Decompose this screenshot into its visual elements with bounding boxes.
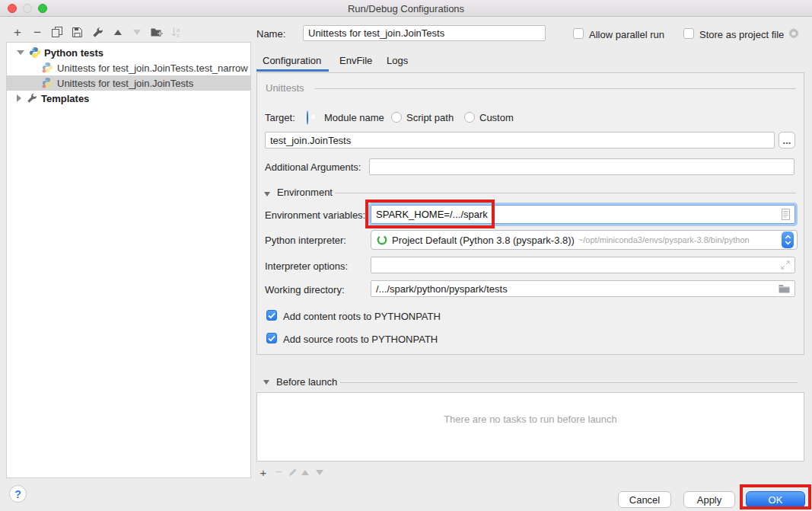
group-divider xyxy=(314,88,796,89)
before-launch-remove-icon: − xyxy=(272,466,285,478)
expand-field-icon[interactable] xyxy=(781,260,790,270)
gear-icon[interactable] xyxy=(788,27,800,43)
collapse-icon[interactable] xyxy=(17,50,24,55)
before-launch-edit-icon xyxy=(287,466,299,478)
annotation-box-env-vars xyxy=(365,200,495,228)
environment-collapse-icon[interactable] xyxy=(264,192,270,196)
folder-icon[interactable] xyxy=(779,284,790,293)
cancel-button[interactable]: Cancel xyxy=(618,491,671,508)
before-launch-add-icon[interactable]: + xyxy=(257,466,269,478)
tree-item-label: Python tests xyxy=(44,47,103,59)
configuration-panel: Unittests Target: Module name Script pat… xyxy=(256,72,804,355)
remove-icon[interactable]: − xyxy=(30,25,44,39)
add-source-roots-label: Add source roots to PYTHONPATH xyxy=(283,334,438,345)
name-input[interactable]: Unittests for test_join.JoinTests xyxy=(303,25,546,41)
interpreter-options-label: Interpreter options: xyxy=(265,260,348,272)
target-module-value: test_join.JoinTests xyxy=(270,135,351,146)
name-label: Name: xyxy=(256,28,285,40)
python-interpreter-label: Python interpreter: xyxy=(265,235,346,246)
tree-item-label: Unittests for test_join.JoinTests.test_n… xyxy=(57,62,248,74)
name-value: Unittests for test_join.JoinTests xyxy=(308,27,444,39)
window-title: Run/Debug Configurations xyxy=(0,3,812,14)
target-label: Target: xyxy=(265,112,295,123)
unittests-group-label: Unittests xyxy=(266,82,304,94)
tab-logs[interactable]: Logs xyxy=(387,55,408,66)
radio-custom-label: Custom xyxy=(479,112,514,123)
environment-variables-label: Environment variables: xyxy=(265,209,365,221)
before-launch-divider xyxy=(340,382,798,383)
env-vars-list-icon[interactable] xyxy=(782,209,790,220)
store-as-project-file-checkbox[interactable] xyxy=(683,28,694,39)
before-launch-collapse-icon[interactable] xyxy=(263,380,269,385)
new-folder-icon[interactable] xyxy=(150,25,164,39)
radio-module-name-label: Module name xyxy=(324,112,384,123)
help-button[interactable]: ? xyxy=(9,485,27,503)
working-directory-value: /.../spark/python/pyspark/tests xyxy=(376,283,508,295)
tree-item-unittests-jointests[interactable]: Unittests for test_join.JoinTests xyxy=(7,75,250,91)
python-interpreter-path: ~/opt/miniconda3/envs/pyspark-3.8/bin/py… xyxy=(578,235,750,244)
before-launch-section-title[interactable]: Before launch xyxy=(276,376,337,388)
tab-envfile[interactable]: EnvFile xyxy=(339,55,372,66)
add-icon[interactable]: + xyxy=(11,25,24,39)
tree-item-label: Templates xyxy=(41,93,89,104)
edit-templates-icon[interactable] xyxy=(91,25,104,39)
additional-arguments-input[interactable] xyxy=(369,158,794,175)
working-directory-input[interactable]: /.../spark/python/pyspark/tests xyxy=(371,280,795,297)
wrench-icon xyxy=(26,92,38,104)
combo-stepper-icon[interactable] xyxy=(782,232,794,248)
browse-button[interactable]: ... xyxy=(779,132,795,149)
store-as-project-file-label: Store as project file xyxy=(699,29,784,40)
radio-custom[interactable] xyxy=(464,112,475,123)
apply-button[interactable]: Apply xyxy=(683,491,735,508)
copy-icon[interactable] xyxy=(50,25,64,39)
tree-item-label: Unittests for test_join.JoinTests xyxy=(57,78,193,89)
run-configurations-tree: Python tests Unittests for test_join.Joi… xyxy=(6,42,251,478)
move-down-icon xyxy=(130,25,144,39)
environment-section-title[interactable]: Environment xyxy=(277,187,333,198)
svg-text:z: z xyxy=(177,32,180,38)
before-launch-empty-message: There are no tasks to run before launch xyxy=(257,414,804,425)
tree-item-templates[interactable]: Templates xyxy=(7,91,250,106)
target-module-input[interactable]: test_join.JoinTests xyxy=(265,132,775,149)
interpreter-options-input[interactable] xyxy=(371,257,795,273)
python-interpreter-select[interactable]: Project Default (Python 3.8 (pyspark-3.8… xyxy=(371,230,798,250)
python-interpreter-value: Project Default (Python 3.8 (pyspark-3.8… xyxy=(392,235,575,246)
move-up-icon[interactable] xyxy=(111,25,125,39)
save-icon[interactable] xyxy=(70,25,84,39)
python-test-icon xyxy=(42,62,54,74)
radio-script-path-label: Script path xyxy=(406,112,454,123)
allow-parallel-run-label: Allow parallel run xyxy=(589,29,664,40)
tree-item-unittests-narrow[interactable]: Unittests for test_join.JoinTests.test_n… xyxy=(7,60,250,75)
active-tab-indicator xyxy=(256,69,329,72)
before-launch-move-up-icon xyxy=(299,466,311,478)
expand-icon[interactable] xyxy=(17,94,21,102)
working-directory-label: Working directory: xyxy=(265,284,345,295)
add-content-roots-label: Add content roots to PYTHONPATH xyxy=(283,311,441,322)
tab-configuration[interactable]: Configuration xyxy=(263,55,321,66)
before-launch-move-down-icon xyxy=(314,466,326,478)
add-source-roots-checkbox[interactable] xyxy=(266,333,277,343)
radio-module-name[interactable] xyxy=(307,110,308,125)
radio-script-path[interactable] xyxy=(391,112,402,123)
add-content-roots-checkbox[interactable] xyxy=(266,310,277,321)
python-test-icon xyxy=(42,77,54,89)
annotation-box-ok xyxy=(740,484,811,509)
before-launch-task-list[interactable]: There are no tasks to run before launch xyxy=(256,392,804,461)
conda-env-icon xyxy=(377,235,387,245)
tree-item-python-tests[interactable]: Python tests xyxy=(7,45,250,60)
additional-arguments-label: Additional Arguments: xyxy=(265,161,361,173)
allow-parallel-run-checkbox[interactable] xyxy=(573,28,584,39)
sort-icon: az xyxy=(170,25,183,39)
python-icon xyxy=(29,46,41,59)
environment-divider xyxy=(335,193,796,193)
